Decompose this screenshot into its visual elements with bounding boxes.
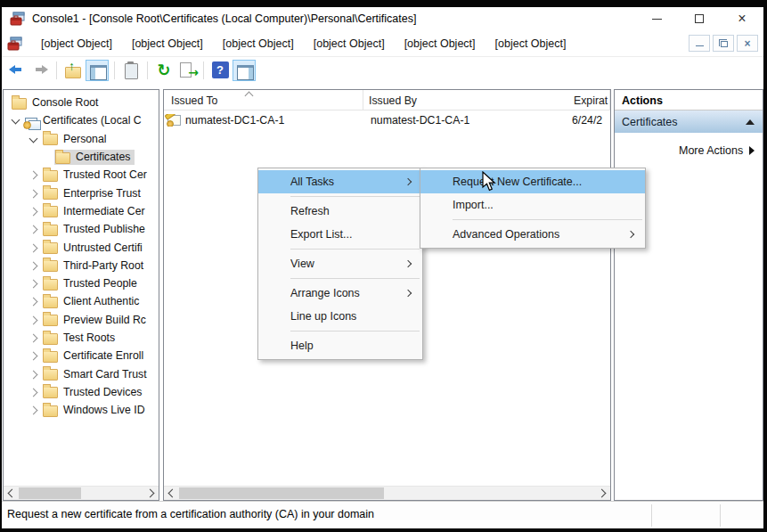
menu-item-import[interactable]: Import... (420, 193, 645, 217)
tree-expander-icon[interactable] (27, 386, 39, 398)
tree-item[interactable]: Test Roots (4, 329, 159, 347)
column-header[interactable]: Issued To (164, 90, 363, 110)
toolbar-separator (200, 60, 208, 81)
forward-icon[interactable] (29, 60, 51, 81)
tree-expander-icon[interactable] (27, 314, 39, 326)
scroll-left-icon[interactable] (164, 487, 178, 500)
tree-item[interactable]: Trusted Devices (4, 383, 159, 401)
toolbar (2, 58, 763, 82)
child-restore-button[interactable] (713, 35, 734, 52)
scroll-right-icon[interactable] (144, 487, 159, 500)
maximize-icon (695, 14, 704, 23)
tree-item[interactable]: Trusted Publishe (4, 220, 159, 238)
actions-section-header[interactable]: Certificates (615, 110, 763, 133)
menubar-item[interactable]: [object Object] (122, 37, 213, 50)
tree-item[interactable]: Smart Card Trust (4, 364, 159, 382)
tree-item-icon (43, 315, 58, 326)
menu-item-request-new-certificate[interactable]: Request New Certificate... (420, 170, 645, 193)
tree-item[interactable]: Intermediate Cer (4, 202, 159, 220)
tree-item[interactable]: Enterprise Trust (4, 184, 159, 201)
tree-item[interactable]: Personal (4, 130, 159, 148)
tree-item[interactable]: Certificates (4, 148, 159, 166)
console-tree-pane: Console Root Certificates (Local C (3, 89, 159, 501)
menu-item-export-list[interactable]: Export List... (258, 223, 422, 246)
certificate-row[interactable]: numatest-DC1-CA-1 numatest-DC1-CA-1 6/24… (164, 110, 610, 129)
minimize-button[interactable] (635, 7, 678, 30)
child-close-button[interactable]: × (737, 35, 758, 52)
menubar-item[interactable]: [object Object] (304, 37, 395, 50)
close-button[interactable]: × (721, 7, 763, 30)
help-icon[interactable] (209, 60, 231, 81)
tree-expander-icon[interactable] (27, 168, 39, 181)
more-actions-label: More Actions (679, 144, 743, 157)
tree-expander-icon[interactable] (27, 331, 39, 344)
tree-expander-icon[interactable] (27, 241, 39, 254)
column-header[interactable]: Issued By (363, 90, 567, 110)
tree-expander-icon[interactable] (27, 404, 39, 416)
tree-expander-icon[interactable] (27, 259, 39, 272)
tree-horizontal-scrollbar[interactable] (4, 486, 159, 500)
tree-item-icon (43, 206, 58, 217)
tree-expander-icon[interactable] (27, 277, 39, 290)
menu-item-help[interactable]: Help (258, 334, 422, 357)
tree-item[interactable]: Certificates (Local C (4, 111, 159, 129)
back-icon[interactable] (6, 60, 28, 81)
menu-item-line-up-icons[interactable]: Line up Icons (258, 305, 422, 328)
certificate-icon (167, 115, 181, 126)
tree-item[interactable]: Untrusted Certifi (4, 238, 159, 256)
export-list-icon[interactable] (176, 60, 198, 81)
scrollbar-thumb[interactable] (179, 487, 384, 499)
tree-expander-icon[interactable] (27, 133, 39, 145)
tree-item-icon (43, 225, 58, 236)
tree-item-icon (55, 152, 70, 164)
menubar-item[interactable]: [object Object] (31, 37, 122, 50)
tree-item[interactable]: Trusted People (4, 274, 159, 292)
tree-item[interactable]: Preview Build Rc (4, 311, 159, 329)
tree-expander-icon[interactable] (27, 295, 39, 307)
status-bar: Request a new certificate from a certifi… (2, 501, 763, 528)
tree-item-icon (43, 405, 58, 417)
close-icon: × (738, 12, 746, 26)
menu-item-refresh[interactable]: Refresh (258, 200, 422, 223)
tree-item[interactable]: Client Authentic (4, 292, 159, 310)
refresh-icon[interactable] (153, 60, 175, 81)
tree-expander-icon[interactable] (27, 368, 39, 381)
tree-item[interactable]: Console Root (4, 94, 159, 111)
scroll-left-icon[interactable] (4, 487, 18, 500)
paste-icon[interactable] (120, 60, 142, 81)
tree-item-icon (25, 118, 37, 127)
tree-expander-icon[interactable] (27, 349, 39, 362)
tree-expander-icon[interactable] (27, 187, 39, 200)
tree-item[interactable]: Trusted Root Cer (4, 166, 159, 184)
menubar-item[interactable]: [object Object] (395, 37, 485, 50)
menu-item-label: Refresh (290, 205, 330, 217)
up-one-level-icon[interactable] (62, 60, 84, 81)
menubar-item[interactable]: [object Object] (485, 37, 576, 50)
tree-item[interactable]: Windows Live ID (4, 401, 159, 419)
tree-expander-icon[interactable] (27, 205, 39, 217)
tree-item-label: Trusted Devices (63, 386, 142, 398)
scroll-right-icon[interactable] (596, 487, 610, 500)
child-minimize-button[interactable] (689, 35, 710, 52)
menu-item-view[interactable]: View (258, 252, 422, 275)
collapse-section-icon[interactable] (746, 119, 755, 125)
menu-item-all-tasks[interactable]: All Tasks (258, 170, 422, 193)
menu-item-advanced-operations[interactable]: Advanced Operations (420, 223, 645, 246)
tree-item[interactable]: Third-Party Root (4, 257, 159, 274)
tree-expander-icon[interactable] (9, 114, 21, 127)
show-action-pane-icon[interactable] (233, 60, 256, 81)
tree-item-icon (43, 387, 58, 398)
maximize-button[interactable] (678, 7, 721, 30)
tree-item-icon (43, 279, 58, 291)
list-horizontal-scrollbar[interactable] (164, 486, 610, 500)
tree-expander-icon[interactable] (27, 223, 39, 235)
more-actions-item[interactable]: More Actions (615, 140, 763, 161)
column-header[interactable]: Expirat (567, 90, 610, 110)
menubar-item[interactable]: [object Object] (213, 37, 304, 50)
tree-item-label: Enterprise Trust (63, 187, 141, 200)
tree-item[interactable]: Certificate Enroll (4, 347, 159, 364)
scrollbar-thumb[interactable] (19, 487, 81, 499)
show-console-tree-icon[interactable] (86, 60, 109, 81)
menu-item-label: All Tasks (290, 176, 334, 188)
menu-item-arrange-icons[interactable]: Arrange Icons (258, 282, 422, 305)
